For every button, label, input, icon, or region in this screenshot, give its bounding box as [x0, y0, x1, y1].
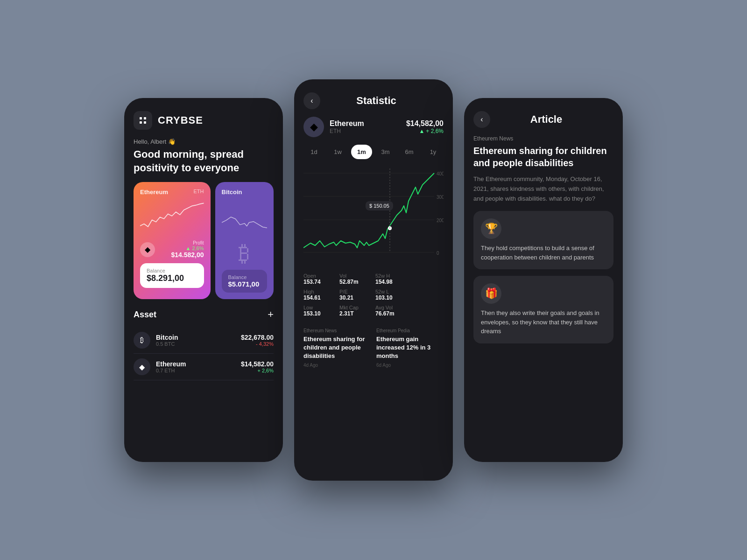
- asset-row-btc[interactable]: ₿ Bitcoin 0.5 BTC $22,678.00 - 4,32%: [134, 327, 274, 354]
- asset-cards: Ethereum ETH ◆ Profit ▲ 2,6% $14.5: [124, 182, 283, 308]
- app-logo: CRYBSE: [158, 114, 203, 126]
- eth-card[interactable]: Ethereum ETH ◆ Profit ▲ 2,6% $14.5: [134, 182, 211, 299]
- coin-info: Ethereum ETH: [330, 119, 401, 134]
- btc-asset-sub: 0.5 BTC: [156, 341, 235, 347]
- eth-balance-val: $8.291,00: [147, 273, 197, 283]
- article-header: ‹ Article: [464, 98, 623, 135]
- greeting-section: Hello, Albert 👋 Good morning, spread pos…: [124, 134, 283, 182]
- article-card-2: 🎁 Then they also write their goals and g…: [473, 276, 613, 343]
- news-section: Ethereum News Ethereum sharing for child…: [294, 323, 453, 372]
- screen-statistic: ‹ Statistic ◆ Ethereum ETH $14,582,00 ▲ …: [294, 79, 453, 481]
- eth-icon-area: ◆ Profit ▲ 2,6% $14.582,00: [140, 240, 204, 259]
- news-source-2: Ethereum Pedia: [376, 328, 444, 333]
- coin-price-info: $14,582,00 ▲ + 2,6%: [406, 119, 444, 134]
- btc-asset-price: $22,678.00 - 4,32%: [241, 334, 274, 347]
- tab-3m[interactable]: 3m: [375, 145, 396, 159]
- statistic-chart: 400 300 200 0 $ 150.05: [294, 164, 453, 266]
- coin-row: ◆ Ethereum ETH $14,582,00 ▲ + 2,6%: [294, 117, 453, 145]
- news-title-2: Ethereum gain increased 12% in 3 months: [376, 335, 444, 361]
- stat-vol: Vol 52.87m: [339, 273, 372, 285]
- btc-asset-icon: ₿: [134, 332, 150, 349]
- tab-6m[interactable]: 6m: [399, 145, 420, 159]
- statistic-title: Statistic: [326, 95, 427, 107]
- eth-asset-sub: 0.7 ETH: [156, 368, 235, 373]
- stats-grid: Open 153.74 Vol 52.87m 52w H 154.98 High…: [294, 266, 453, 323]
- home-header: CRYBSE: [124, 98, 283, 134]
- btc-card[interactable]: Bitcoin ₿ Balance $5.071,00: [215, 182, 274, 299]
- eth-card-label: Ethereum: [140, 189, 168, 196]
- news-item-2[interactable]: Ethereum Pedia Ethereum gain increased 1…: [376, 328, 444, 368]
- eth-profit-pct: ▲ 2,6%: [171, 245, 204, 251]
- stat-open: Open 153.74: [303, 273, 336, 285]
- stat-pe: P/E 30.21: [339, 289, 372, 301]
- menu-button[interactable]: [134, 111, 152, 130]
- svg-text:200: 200: [437, 218, 444, 223]
- news-time-2: 6d Ago: [376, 363, 444, 368]
- news-title-1: Ethereum sharing for children and people…: [303, 335, 371, 361]
- stat-placeholder2: [411, 289, 444, 301]
- stat-mktcap: Mkt Cap 2.31T: [339, 305, 372, 317]
- article-card-2-text: Then they also write their goals and goa…: [481, 308, 606, 336]
- btc-balance-val: $5.071,00: [228, 280, 261, 288]
- eth-icon: ◆: [140, 242, 155, 257]
- coin-price-val: $14,582,00: [406, 119, 444, 128]
- screens-container: CRYBSE Hello, Albert 👋 Good morning, spr…: [124, 79, 623, 481]
- coin-ticker: ETH: [330, 128, 401, 134]
- btc-chart: [222, 199, 268, 237]
- svg-text:0: 0: [437, 251, 439, 256]
- chart-tooltip: $ 150.05: [366, 201, 393, 210]
- gift-icon: 🎁: [481, 283, 501, 304]
- stat-52wl: 52w L 103.10: [375, 289, 408, 301]
- asset-header: Asset +: [134, 308, 274, 321]
- asset-title: Asset: [134, 310, 156, 320]
- eth-card-ticker: ETH: [194, 189, 204, 194]
- news-time-1: 4d Ago: [303, 363, 371, 368]
- btc-icon-area: ₿: [222, 240, 268, 266]
- stat-placeholder1: [411, 273, 444, 285]
- article-headline: Ethereum sharing for children and people…: [464, 145, 623, 175]
- asset-section: Asset + ₿ Bitcoin 0.5 BTC $22,678.00 - 4…: [124, 308, 283, 380]
- btc-icon: ₿: [239, 240, 250, 266]
- btc-asset-name: Bitcoin: [156, 334, 235, 341]
- eth-profit-val: $14.582,00: [171, 251, 204, 259]
- asset-row-eth[interactable]: ◆ Ethereum 0.7 ETH $14,582.00 + 2,6%: [134, 354, 274, 380]
- article-card-1-text: They hold competitions to build a sense …: [481, 244, 606, 262]
- back-button-article[interactable]: ‹: [473, 111, 490, 128]
- eth-balance: Balance $8.291,00: [140, 263, 204, 288]
- tab-1w[interactable]: 1w: [327, 145, 348, 159]
- greeting-main: Good morning, spread positivity to every…: [134, 148, 274, 175]
- screen-article: ‹ Article Etheurem News Ethereum sharing…: [464, 98, 623, 462]
- article-source: Etheurem News: [464, 135, 623, 145]
- coin-price-change: ▲ + 2,6%: [406, 128, 444, 134]
- coin-icon: ◆: [303, 117, 324, 137]
- svg-text:300: 300: [437, 195, 444, 200]
- article-card-1: 🏆 They hold competitions to build a sens…: [473, 211, 613, 269]
- article-body: The Ethereum community, Monday, October …: [464, 175, 623, 211]
- tab-1y[interactable]: 1y: [423, 145, 444, 159]
- btc-balance: Balance $5.071,00: [222, 270, 268, 293]
- greeting-sub: Hello, Albert 👋: [134, 138, 274, 145]
- trophy-icon: 🏆: [481, 218, 501, 239]
- eth-asset-info: Ethereum 0.7 ETH: [156, 360, 235, 373]
- eth-asset-name: Ethereum: [156, 360, 235, 368]
- stat-avgvol: Avg Vol 76.67m: [375, 305, 408, 317]
- eth-chart: [140, 199, 204, 237]
- screen-home: CRYBSE Hello, Albert 👋 Good morning, spr…: [124, 98, 283, 462]
- add-asset-button[interactable]: +: [268, 308, 274, 321]
- news-source-1: Ethereum News: [303, 328, 371, 333]
- article-title-header: Article: [496, 113, 597, 126]
- eth-profit: Profit ▲ 2,6% $14.582,00: [171, 240, 204, 259]
- time-tabs: 1d 1w 1m 3m 6m 1y: [294, 145, 453, 164]
- eth-asset-icon: ◆: [134, 358, 150, 375]
- eth-asset-price: $14,582.00 + 2,6%: [241, 360, 274, 373]
- btc-card-label: Bitcoin: [222, 189, 268, 196]
- statistic-header: ‹ Statistic: [294, 79, 453, 117]
- stat-low: Low 153.10: [303, 305, 336, 317]
- news-item-1[interactable]: Ethereum News Ethereum sharing for child…: [303, 328, 371, 368]
- tab-1m[interactable]: 1m: [351, 145, 372, 159]
- btc-asset-info: Bitcoin 0.5 BTC: [156, 334, 235, 347]
- tab-1d[interactable]: 1d: [303, 145, 324, 159]
- stat-high: High 154.61: [303, 289, 336, 301]
- back-button-statistic[interactable]: ‹: [303, 92, 320, 109]
- stat-52wh: 52w H 154.98: [375, 273, 408, 285]
